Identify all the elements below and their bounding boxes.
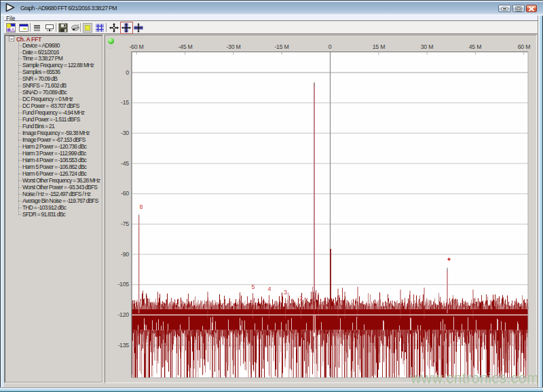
svg-text:3: 3 [284,289,287,296]
svg-text:4: 4 [267,286,271,292]
svg-text:5: 5 [251,283,255,290]
svg-text:2: 2 [299,295,303,302]
svg-text:8: 8 [139,203,143,210]
